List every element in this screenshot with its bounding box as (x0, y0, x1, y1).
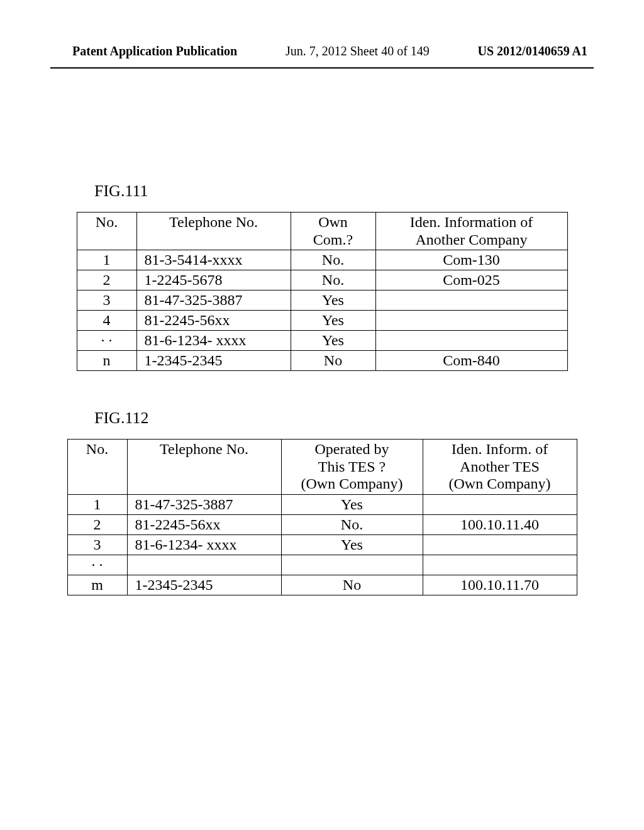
cell-no: 1 (67, 494, 127, 514)
header-line: Iden. Inform. of (431, 441, 569, 458)
table-body: 1 81-3-5414-xxxx No. Com-130 2 1-2245-56… (77, 250, 567, 371)
header-line: Another Company (384, 231, 560, 249)
col-header-own-com: Own Com.? (291, 213, 375, 250)
cell-operated: No (281, 575, 423, 595)
cell-own-com: No (291, 351, 375, 371)
cell-own-com: Yes (291, 311, 375, 331)
header-line: This TES ? (289, 458, 415, 476)
col-header-iden-info: Iden. Information of Another Company (375, 213, 567, 250)
cell-iden (375, 311, 567, 331)
cell-own-com: No. (291, 270, 375, 290)
figure-label-111: FIG.111 (94, 182, 594, 201)
page-header: Patent Application Publication Jun. 7, 2… (0, 0, 644, 65)
cell-own-com: No. (291, 250, 375, 270)
table-row: 1 81-47-325-3887 Yes (67, 494, 577, 514)
cell-operated: Yes (281, 534, 423, 555)
col-header-operated-by: Operated by This TES ? (Own Company) (281, 440, 423, 495)
table-row: 3 81-47-325-3887 Yes (77, 290, 567, 311)
col-header-no: No. (67, 440, 127, 495)
cell-no: 3 (77, 290, 136, 311)
table-row: 2 1-2245-5678 No. Com-025 (77, 270, 567, 290)
cell-no: 2 (67, 514, 127, 534)
cell-no: · · (77, 331, 136, 351)
header-left: Patent Application Publication (72, 44, 237, 58)
table-row: 2 81-2245-56xx No. 100.10.11.40 (67, 514, 577, 534)
cell-tel: 81-6-1234- xxxx (127, 534, 281, 555)
cell-no: · · (67, 555, 127, 575)
cell-tel: 81-47-325-3887 (127, 494, 281, 514)
cell-no: n (77, 351, 136, 371)
cell-own-com: Yes (291, 331, 375, 351)
table-header-row: No. Telephone No. Own Com.? Iden. Inform… (77, 213, 567, 250)
cell-operated: No. (281, 514, 423, 534)
cell-tel: 81-47-325-3887 (136, 290, 291, 311)
header-line: Operated by (289, 441, 415, 458)
cell-iden (423, 534, 577, 555)
cell-tel: 1-2345-2345 (136, 351, 291, 371)
header-rule (50, 67, 594, 69)
table-row: m 1-2345-2345 No 100.10.11.70 (67, 575, 577, 595)
table-row: 3 81-6-1234- xxxx Yes (67, 534, 577, 555)
cell-no: m (67, 575, 127, 595)
col-header-no: No. (77, 213, 136, 250)
cell-tel: 81-2245-56xx (127, 514, 281, 534)
col-header-iden-inform: Iden. Inform. of Another TES (Own Compan… (423, 440, 577, 495)
cell-own-com: Yes (291, 290, 375, 311)
cell-iden (423, 494, 577, 514)
table-row: · · (67, 555, 577, 575)
cell-tel: 81-3-5414-xxxx (136, 250, 291, 270)
table-row: 1 81-3-5414-xxxx No. Com-130 (77, 250, 567, 270)
table-fig112: No. Telephone No. Operated by This TES ?… (67, 439, 577, 595)
cell-iden: Com-840 (375, 351, 567, 371)
header-line: (Own Company) (431, 475, 569, 493)
cell-no: 4 (77, 311, 136, 331)
cell-iden: 100.10.11.40 (423, 514, 577, 534)
col-header-tel: Telephone No. (136, 213, 291, 250)
table-body: 1 81-47-325-3887 Yes 2 81-2245-56xx No. … (67, 494, 577, 595)
table-row: n 1-2345-2345 No Com-840 (77, 351, 567, 371)
figure-label-112: FIG.112 (94, 409, 594, 428)
cell-operated (281, 555, 423, 575)
header-line: Another TES (431, 458, 569, 476)
cell-iden (423, 555, 577, 575)
cell-tel: 1-2245-5678 (136, 270, 291, 290)
col-header-tel: Telephone No. (127, 440, 281, 495)
cell-tel: 81-2245-56xx (136, 311, 291, 331)
table-header-row: No. Telephone No. Operated by This TES ?… (67, 440, 577, 495)
header-line: Com.? (299, 231, 368, 249)
cell-no: 2 (77, 270, 136, 290)
header-center: Jun. 7, 2012 Sheet 40 of 149 (286, 44, 430, 58)
cell-iden: Com-025 (375, 270, 567, 290)
table-fig111: No. Telephone No. Own Com.? Iden. Inform… (77, 212, 568, 371)
cell-no: 3 (67, 534, 127, 555)
cell-iden (375, 331, 567, 351)
header-right: US 2012/0140659 A1 (478, 44, 587, 58)
header-line: Iden. Information of (384, 214, 560, 231)
cell-tel (127, 555, 281, 575)
cell-no: 1 (77, 250, 136, 270)
table-row: · · 81-6-1234- xxxx Yes (77, 331, 567, 351)
cell-operated: Yes (281, 494, 423, 514)
page-content: FIG.111 No. Telephone No. Own Com.? Iden… (0, 182, 644, 595)
cell-tel: 81-6-1234- xxxx (136, 331, 291, 351)
cell-iden (375, 290, 567, 311)
cell-iden: Com-130 (375, 250, 567, 270)
table-row: 4 81-2245-56xx Yes (77, 311, 567, 331)
header-line: (Own Company) (289, 475, 415, 493)
cell-iden: 100.10.11.70 (423, 575, 577, 595)
header-line: Own (299, 214, 368, 231)
cell-tel: 1-2345-2345 (127, 575, 281, 595)
